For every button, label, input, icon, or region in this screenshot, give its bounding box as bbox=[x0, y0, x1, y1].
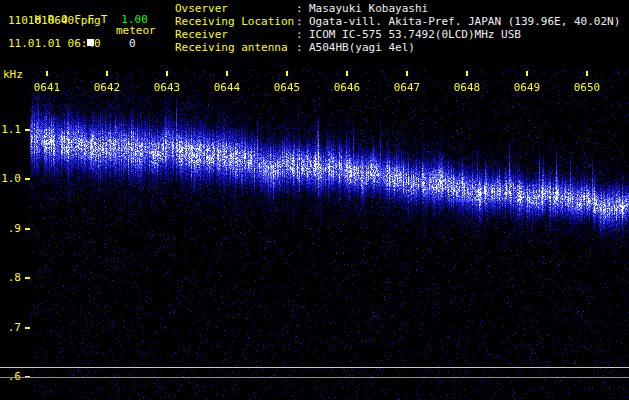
info-row-receiving-location: Receiving Location : Ogata-vill. Akita-P… bbox=[175, 16, 620, 28]
spectrogram-canvas bbox=[30, 70, 629, 400]
baseline-line bbox=[0, 367, 629, 368]
info-label-observer: Ovserver bbox=[175, 3, 296, 15]
x-minute-tick bbox=[466, 71, 468, 76]
x-tick-label: 0643 bbox=[154, 82, 181, 94]
info-colon: : bbox=[296, 16, 309, 28]
x-tick-label: 0650 bbox=[574, 82, 601, 94]
level-indicator-square bbox=[87, 39, 94, 46]
hrofft-output-screen: H R O F F T1.00 1101010640.png meteor 11… bbox=[0, 0, 629, 400]
y-frequency-tick bbox=[25, 228, 30, 230]
x-minute-tick bbox=[346, 71, 348, 76]
info-colon: : bbox=[296, 42, 309, 54]
info-value-receiving-antenna: A504HB(yagi 4el) bbox=[309, 42, 415, 54]
y-tick-label: .9 bbox=[0, 223, 21, 235]
y-frequency-tick bbox=[25, 129, 30, 131]
x-tick-label: 0645 bbox=[274, 82, 301, 94]
info-value-receiving-location: Ogata-vill. Akita-Pref. JAPAN (139.96E, … bbox=[309, 16, 620, 28]
output-filename: 1101010640.png bbox=[8, 15, 101, 27]
info-label-receiving-location: Receiving Location bbox=[175, 16, 296, 28]
x-minute-tick bbox=[226, 71, 228, 76]
x-minute-tick bbox=[166, 71, 168, 76]
x-tick-label: 0644 bbox=[214, 82, 241, 94]
info-value-receiver: ICOM IC-575 53.7492(0LCD)MHz USB bbox=[309, 29, 521, 41]
info-label-receiving-antenna: Receiving antenna bbox=[175, 42, 296, 54]
x-tick-label: 0648 bbox=[454, 82, 481, 94]
x-minute-tick bbox=[46, 71, 48, 76]
y-tick-label: .7 bbox=[0, 322, 21, 334]
x-tick-label: 0646 bbox=[334, 82, 361, 94]
info-row-observer: Ovserver : Masayuki Kobayashi bbox=[175, 3, 428, 15]
y-axis-unit-label: kHz bbox=[3, 69, 23, 81]
y-tick-label: 1.1 bbox=[0, 124, 21, 136]
x-minute-tick bbox=[406, 71, 408, 76]
info-row-receiving-antenna: Receiving antenna : A504HB(yagi 4el) bbox=[175, 42, 415, 54]
baseline-line bbox=[0, 377, 629, 378]
y-frequency-tick bbox=[25, 277, 30, 279]
x-minute-tick bbox=[106, 71, 108, 76]
info-label-receiver: Receiver bbox=[175, 29, 296, 41]
info-value-observer: Masayuki Kobayashi bbox=[309, 3, 428, 15]
y-frequency-tick bbox=[25, 178, 30, 180]
x-minute-tick bbox=[286, 71, 288, 76]
x-tick-label: 0649 bbox=[514, 82, 541, 94]
x-minute-tick bbox=[586, 71, 588, 76]
y-frequency-tick bbox=[25, 327, 30, 329]
y-tick-label: 1.0 bbox=[0, 173, 21, 185]
info-row-receiver: Receiver : ICOM IC-575 53.7492(0LCD)MHz … bbox=[175, 29, 521, 41]
info-colon: : bbox=[296, 29, 309, 41]
meteor-count-value: 0 bbox=[129, 38, 136, 50]
x-minute-tick bbox=[526, 71, 528, 76]
y-tick-label: .8 bbox=[0, 272, 21, 284]
x-tick-label: 0647 bbox=[394, 82, 421, 94]
x-tick-label: 0642 bbox=[94, 82, 121, 94]
info-colon: : bbox=[296, 3, 309, 15]
meteor-count-label: meteor bbox=[116, 25, 156, 37]
x-tick-label: 0641 bbox=[34, 82, 61, 94]
